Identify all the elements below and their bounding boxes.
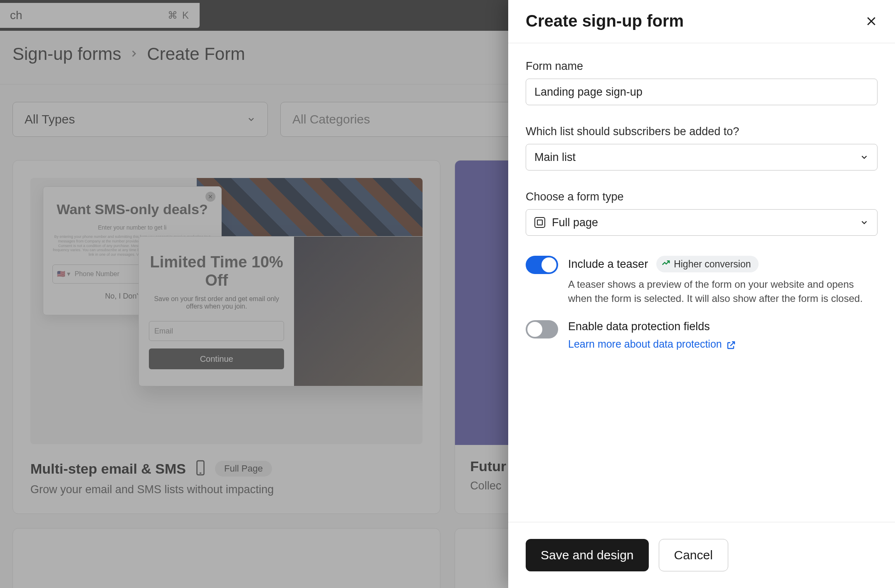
teaser-title: Include a teaser [568,258,648,271]
drawer-title: Create sign-up form [526,12,684,30]
form-type-select[interactable]: Full page [526,209,878,236]
list-select-label: Which list should subscribers be added t… [526,125,878,138]
form-name-label: Form name [526,60,878,73]
data-protection-title: Enable data protection fields [568,320,878,333]
form-name-input[interactable] [526,79,878,105]
trend-up-icon [661,258,670,270]
data-protection-link[interactable]: Learn more about data protection [568,338,736,350]
fullpage-icon [534,217,545,228]
teaser-desc: A teaser shows a preview of the form on … [568,277,878,305]
create-form-drawer: Create sign-up form Form name Which list… [508,0,895,588]
drawer-footer: Save and design Cancel [508,522,895,588]
drawer-header: Create sign-up form [508,0,895,43]
external-link-icon [726,338,736,350]
list-select-group: Which list should subscribers be added t… [526,125,878,170]
data-protection-toggle[interactable] [526,320,558,338]
chevron-down-icon [860,218,869,227]
cancel-button[interactable]: Cancel [659,539,728,571]
link-text: Learn more about data protection [568,338,722,350]
form-type-label: Choose a form type [526,190,878,203]
badge-label: Higher conversion [674,259,751,270]
list-select[interactable]: Main list [526,144,878,170]
higher-conversion-badge: Higher conversion [656,256,758,272]
drawer-body: Form name Which list should subscribers … [508,43,895,522]
teaser-toggle[interactable] [526,256,558,274]
form-type-group: Choose a form type Full page [526,190,878,236]
form-type-value: Full page [552,216,598,229]
form-name-group: Form name [526,60,878,105]
teaser-toggle-row: Include a teaser Higher conversion A tea… [526,256,878,305]
list-select-value: Main list [534,151,576,164]
close-button[interactable] [865,15,878,27]
save-and-design-button[interactable]: Save and design [526,539,649,571]
chevron-down-icon [860,153,869,162]
close-icon [865,15,878,27]
data-protection-toggle-row: Enable data protection fields Learn more… [526,320,878,350]
